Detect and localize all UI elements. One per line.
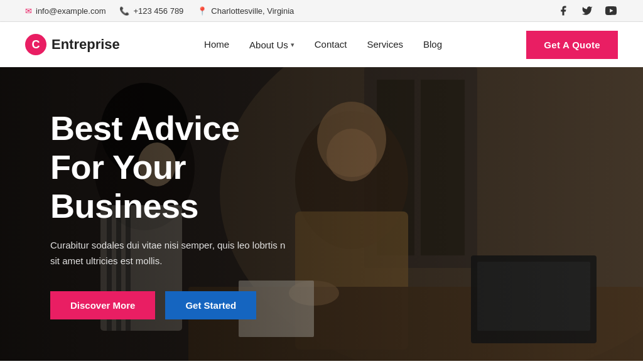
logo-name: Entreprise <box>51 36 120 53</box>
location-icon: 📍 <box>197 6 207 16</box>
location-text: Charlottesville, Virginia <box>211 6 294 16</box>
nav-blog[interactable]: Blog <box>423 39 442 50</box>
get-quote-button[interactable]: Get A Quote <box>526 31 618 59</box>
chevron-down-icon: ▾ <box>291 41 294 49</box>
nav-about-link[interactable]: About Us ▾ <box>249 40 294 50</box>
location-item[interactable]: 📍 Charlottesville, Virginia <box>197 6 294 16</box>
nav-blog-link[interactable]: Blog <box>423 39 442 50</box>
facebook-icon[interactable] <box>556 4 570 18</box>
youtube-icon[interactable] <box>604 4 618 18</box>
email-item[interactable]: ✉ info@example.com <box>25 6 105 16</box>
phone-item[interactable]: 📞 +123 456 789 <box>119 6 183 16</box>
logo-icon: C <box>25 34 46 55</box>
logo[interactable]: C Entreprise <box>25 34 120 55</box>
twitter-icon[interactable] <box>580 4 594 18</box>
get-started-button[interactable]: Get Started <box>165 291 256 319</box>
hero-content: Best Advice For Your Business Curabitur … <box>0 67 352 361</box>
nav-services-link[interactable]: Services <box>367 39 403 50</box>
hero-title: Best Advice For Your Business <box>50 109 301 225</box>
nav-services[interactable]: Services <box>367 39 403 50</box>
discover-more-button[interactable]: Discover More <box>50 291 155 319</box>
hero-actions: Discover More Get Started <box>50 291 301 319</box>
navbar: C Entreprise Home About Us ▾ Contact Ser… <box>0 22 643 67</box>
hero-subtitle: Curabitur sodales dui vitae nisi semper,… <box>50 238 289 269</box>
hero-section: Best Advice For Your Business Curabitur … <box>0 67 643 361</box>
phone-icon: 📞 <box>119 6 129 16</box>
phone-text: +123 456 789 <box>133 6 183 16</box>
nav-home-link[interactable]: Home <box>204 39 229 50</box>
nav-menu: Home About Us ▾ Contact Services Blog <box>204 39 442 50</box>
nav-contact[interactable]: Contact <box>315 39 347 50</box>
email-text: info@example.com <box>36 6 105 16</box>
nav-about[interactable]: About Us ▾ <box>249 40 294 50</box>
social-links <box>556 4 618 18</box>
email-icon: ✉ <box>25 6 32 16</box>
nav-home[interactable]: Home <box>204 39 229 50</box>
top-bar: ✉ info@example.com 📞 +123 456 789 📍 Char… <box>0 0 643 22</box>
nav-contact-link[interactable]: Contact <box>315 39 347 50</box>
top-bar-contact: ✉ info@example.com 📞 +123 456 789 📍 Char… <box>25 6 294 16</box>
